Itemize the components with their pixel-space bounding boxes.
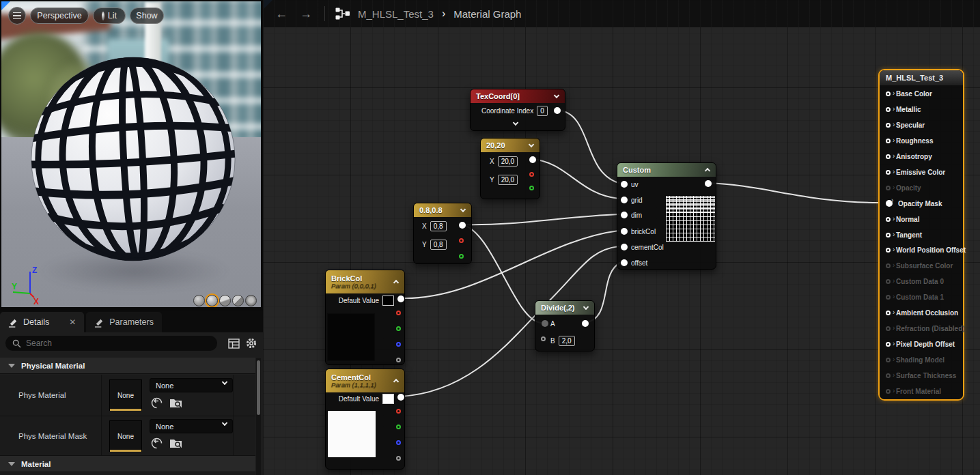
back-arrow-icon[interactable]: ← (272, 7, 290, 21)
y-value-field[interactable]: 20,0 (498, 175, 518, 185)
collapse-arrow-icon[interactable] (8, 364, 15, 368)
material-pin-row[interactable]: Roughness (886, 135, 933, 146)
output-pin-g[interactable] (529, 186, 534, 190)
input-pin-a[interactable] (542, 320, 548, 327)
node-header[interactable]: 20,20 (481, 139, 540, 152)
chevron-down-icon[interactable] (529, 145, 533, 149)
output-pin-b[interactable] (396, 440, 401, 445)
preview-sphere[interactable] (29, 55, 237, 263)
material-pin-row[interactable]: Opacity Mask (886, 198, 942, 209)
tab-parameters[interactable]: Parameters (86, 312, 162, 332)
material-pin-row[interactable]: Ambient Occlusion (886, 307, 958, 318)
material-pin-row[interactable]: World Position Offset (886, 244, 966, 255)
y-value-field[interactable]: 0,8 (430, 240, 447, 250)
output-pin-a[interactable] (396, 456, 401, 461)
node-custom-hlsl[interactable]: Custom uv grid dim brickCol cementCol of… (617, 162, 716, 270)
section-material[interactable]: Material (0, 456, 255, 472)
breadcrumb-page-name[interactable]: Material Graph (453, 8, 521, 20)
material-pin-row[interactable]: Custom Data 1 (886, 291, 944, 302)
browse-to-asset-icon[interactable] (169, 398, 182, 408)
shape-cube-button[interactable] (232, 295, 244, 306)
use-selected-asset-icon[interactable] (151, 397, 163, 409)
shape-plane-button[interactable] (219, 295, 231, 306)
output-pin-b[interactable] (396, 342, 401, 347)
output-pin[interactable] (554, 107, 561, 114)
phys-material-dropdown[interactable]: None (150, 378, 233, 392)
breadcrumb-asset-name[interactable]: M_HLSL_Test_3 (358, 8, 434, 20)
shape-cylinder-button[interactable] (193, 295, 205, 306)
input-pin-b[interactable] (541, 336, 546, 341)
output-pin-r[interactable] (396, 409, 401, 414)
input-pin[interactable] (621, 228, 628, 235)
chevron-down-icon[interactable] (461, 210, 465, 214)
input-pin[interactable] (621, 259, 628, 266)
shape-mesh-button[interactable] (245, 295, 257, 306)
scrollbar-thumb[interactable] (257, 360, 260, 415)
viewport-menu-button[interactable] (8, 7, 26, 25)
material-pin-row[interactable]: Pixel Depth Offset (886, 339, 955, 349)
output-pin[interactable] (529, 156, 536, 163)
material-pin-row[interactable]: Normal (886, 214, 919, 225)
gear-icon[interactable] (245, 337, 257, 349)
material-pin-row[interactable]: Emissive Color (886, 167, 945, 177)
b-value-field[interactable]: 2,0 (559, 336, 575, 346)
expand-chevron-icon[interactable] (514, 124, 518, 128)
preview-viewport[interactable]: Perspective Lit Show Z Y X (0, 0, 263, 311)
material-pin-row[interactable]: Metallic (886, 104, 921, 115)
chevron-down-icon[interactable] (584, 308, 588, 312)
output-pin-g[interactable] (459, 254, 464, 259)
material-pin-row[interactable]: Custom Data 0 (886, 276, 944, 287)
material-pin-row[interactable]: Shading Model (886, 354, 944, 365)
output-pin[interactable] (582, 320, 589, 327)
material-pin-row[interactable]: Tangent (886, 229, 922, 240)
output-pin-g[interactable] (396, 326, 401, 331)
output-pin[interactable] (459, 222, 466, 229)
x-value-field[interactable]: 0,8 (430, 221, 447, 231)
output-pin-g[interactable] (396, 424, 401, 429)
color-swatch[interactable] (382, 296, 394, 306)
details-scrollbar[interactable] (256, 358, 261, 475)
close-icon[interactable]: ✕ (69, 317, 76, 327)
output-pin-r[interactable] (459, 238, 464, 243)
node-constant2-20-20[interactable]: 20,20 X 20,0 Y 20,0 (480, 138, 540, 199)
node-cementcol-param[interactable]: CementCol Param (1,1,1,1) Default Value (325, 369, 405, 470)
perspective-button[interactable]: Perspective (30, 8, 89, 24)
material-output-header[interactable]: M_HLSL_Test_3 (880, 70, 963, 85)
output-pin-r[interactable] (529, 172, 534, 177)
search-box[interactable] (5, 336, 217, 351)
x-value-field[interactable]: 20,0 (498, 156, 518, 167)
input-pin[interactable] (621, 244, 628, 250)
material-pin-row[interactable]: Surface Thickness (886, 370, 956, 381)
node-texcoord-header[interactable]: TexCoord[0] (471, 89, 565, 103)
section-physical-material[interactable]: Physical Material (0, 358, 255, 374)
node-material-output-selected[interactable]: M_HLSL_Test_3 Base Color Metallic Specul… (878, 69, 964, 401)
show-button[interactable]: Show (130, 8, 164, 24)
output-pin[interactable] (705, 180, 712, 187)
node-divide[interactable]: Divide(,2) A B 2,0 (535, 300, 595, 351)
material-pin-row[interactable]: Refraction (Disabled) (886, 323, 965, 334)
coordinate-index-field[interactable]: 0 (537, 106, 548, 116)
input-pin[interactable] (621, 197, 628, 203)
tab-details[interactable]: Details ✕ (0, 312, 84, 332)
node-header[interactable]: CementCol Param (1,1,1,1) (326, 369, 404, 392)
material-pin-row[interactable]: Opacity (886, 182, 921, 193)
material-pin-row[interactable]: Front Material (886, 386, 941, 397)
material-pin-row[interactable]: Anisotropy (886, 151, 932, 162)
browse-to-asset-icon[interactable] (169, 438, 182, 448)
output-pin-r[interactable] (396, 311, 401, 315)
display-filter-icon[interactable] (228, 339, 240, 349)
chevron-up-icon[interactable] (394, 282, 398, 286)
shape-sphere-button[interactable] (206, 295, 218, 306)
forward-arrow-icon[interactable]: → (297, 7, 315, 21)
node-header[interactable]: 0.8,0.8 (414, 203, 471, 217)
phys-material-mask-thumbnail[interactable]: None (109, 420, 142, 452)
color-swatch[interactable] (382, 394, 394, 404)
material-pin-row[interactable]: Subsurface Color (886, 260, 953, 271)
output-pin[interactable] (397, 296, 404, 302)
search-input[interactable] (26, 339, 190, 348)
node-texcoord[interactable]: TexCoord[0] Coordinate Index 0 (470, 89, 565, 131)
node-header[interactable]: Custom (617, 163, 716, 177)
chevron-up-icon[interactable] (705, 170, 710, 174)
chevron-down-icon[interactable] (555, 96, 559, 100)
lit-mode-button[interactable]: Lit (93, 8, 126, 24)
